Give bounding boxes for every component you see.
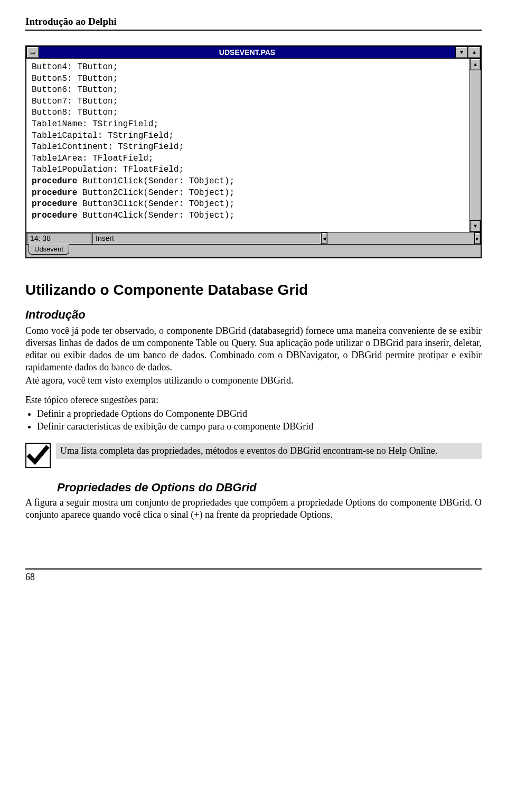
scroll-down-icon[interactable]: ▼ [470,220,481,232]
intro-paragraph-1: Como você já pode ter observado, o compo… [25,325,482,374]
hscroll-track[interactable] [327,232,474,244]
status-bar: 14: 38 Insert ◄ ► [26,232,481,244]
window-title: UDSEVENT.PAS [39,46,455,58]
code-editor-screenshot: ▭ UDSEVENT.PAS ▼ ▲ Button4: TButton;Butt… [25,45,482,258]
intro-paragraph-2: Até agora, você tem visto exemplos utili… [25,375,482,387]
horizontal-scrollbar[interactable]: ◄ ► [321,232,481,244]
tab-bar: Udsevent [26,244,481,257]
cursor-position: 14: 38 [26,232,92,244]
options-paragraph: A figura a seguir mostra um conjunto de … [25,497,482,521]
list-item: Definir caracteristicas de exibição de c… [37,420,482,433]
suggestions-list: Definir a propriedade Options do Compone… [25,407,482,433]
scroll-left-icon[interactable]: ◄ [321,232,327,244]
system-menu-icon[interactable]: ▭ [26,46,39,58]
options-heading: Propriedades de Options do DBGrid [57,481,482,494]
scroll-track[interactable] [470,70,481,220]
page-footer: 68 [25,568,482,583]
list-item: Definir a propriedade Options do Compone… [37,407,482,420]
scroll-right-icon[interactable]: ► [474,232,481,244]
minimize-button[interactable]: ▼ [455,46,468,58]
section-heading: Utilizando o Componente Database Grid [25,282,482,298]
page-header: Introdução ao Delphi [25,16,482,31]
intro-heading: Introdução [25,308,482,322]
note-box: Uma lista completa das propriedades, mét… [56,443,482,459]
page-number: 68 [25,572,35,582]
window-titlebar: ▭ UDSEVENT.PAS ▼ ▲ [26,46,481,58]
vertical-scrollbar[interactable]: ▲ ▼ [470,59,481,232]
maximize-button[interactable]: ▲ [468,46,481,58]
file-tab[interactable]: Udsevent [29,244,69,255]
code-editor[interactable]: Button4: TButton;Button5: TButton;Button… [26,59,470,232]
scroll-up-icon[interactable]: ▲ [470,59,481,70]
checkmark-icon [25,443,51,468]
editor-mode: Insert [92,232,321,244]
suggestions-lead: Este tópico oferece sugestões para: [25,394,482,406]
